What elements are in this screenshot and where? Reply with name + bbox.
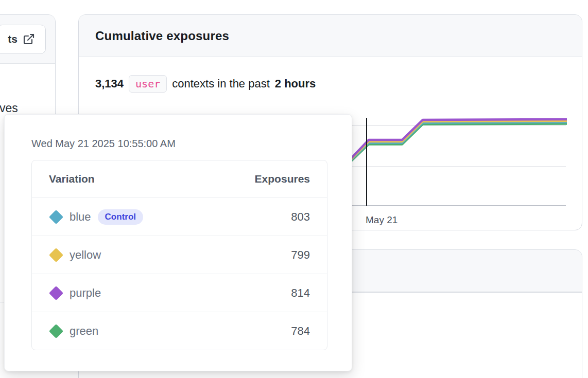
exposures-summary: 3,134 user contexts in the past 2 hours	[95, 73, 316, 95]
summary-time-range: 2 hours	[275, 77, 316, 91]
variation-row-green: green 784	[32, 312, 327, 350]
variation-name: green	[70, 325, 98, 338]
variation-name: blue	[70, 210, 91, 224]
variation-name: purple	[70, 286, 101, 300]
series-line-green	[336, 124, 567, 176]
exposures-value: 803	[291, 210, 310, 224]
exposures-value: 814	[291, 286, 310, 300]
card-title: Cumulative exposures	[95, 29, 229, 43]
open-button-label: ts	[8, 33, 18, 45]
page: ts ves Cumulative exposures 3,134 user c…	[0, 0, 588, 378]
exposures-card-header: Cumulative exposures	[79, 15, 582, 57]
exposure-count: 3,134	[95, 77, 124, 91]
exposures-value: 799	[291, 248, 310, 262]
tooltip-variations-table: Variation Exposures blue Control 803 yel…	[31, 160, 327, 350]
context-kind-chip[interactable]: user	[129, 75, 167, 93]
column-header-exposures: Exposures	[255, 173, 310, 185]
external-link-icon	[23, 33, 35, 45]
chart-tooltip: Wed May 21 2025 10:55:00 AM Variation Ex…	[4, 114, 352, 371]
variation-name: yellow	[70, 248, 101, 262]
variation-color-diamond	[49, 209, 63, 224]
exposures-value: 784	[291, 325, 310, 338]
variation-row-blue: blue Control 803	[32, 197, 327, 236]
series-line-blue	[337, 122, 567, 174]
tooltip-table-header: Variation Exposures	[32, 160, 327, 197]
open-external-button[interactable]: ts	[0, 25, 46, 54]
variation-row-yellow: yellow 799	[32, 236, 327, 274]
column-header-variation: Variation	[49, 173, 95, 185]
series-line-yellow	[338, 121, 567, 172]
tooltip-timestamp: Wed May 21 2025 10:55:00 AM	[31, 138, 176, 150]
left-panel-text-fragment: ves	[0, 101, 18, 115]
variation-row-purple: purple 814	[32, 274, 327, 312]
x-axis-tick-label: May 21	[366, 214, 397, 225]
left-panel-header: ts	[0, 15, 55, 64]
variation-color-diamond	[49, 247, 63, 262]
variation-color-diamond	[49, 323, 63, 338]
variation-color-diamond	[49, 285, 63, 300]
control-badge: Control	[98, 209, 143, 225]
summary-middle-text: contexts in the past	[172, 77, 270, 91]
